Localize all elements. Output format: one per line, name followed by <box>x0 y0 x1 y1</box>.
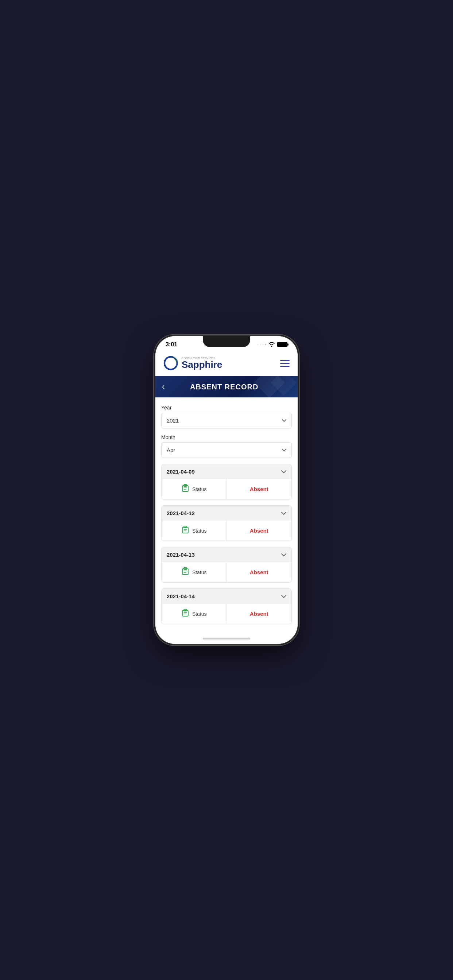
record-card: 2021-04-09 <box>161 464 292 500</box>
notch <box>203 336 250 347</box>
phone-frame: 3:01 <box>155 336 298 644</box>
status-text-label-3: Status <box>192 611 207 617</box>
clipboard-icon <box>181 567 189 577</box>
chevron-down-icon <box>281 469 286 475</box>
wifi-icon <box>268 342 275 348</box>
battery-icon <box>277 342 287 347</box>
home-indicator <box>155 635 298 644</box>
year-field: Year 2021 2020 2019 2022 2023 <box>161 405 292 434</box>
svg-point-0 <box>164 357 177 370</box>
year-label: Year <box>161 405 292 410</box>
record-card-header-0[interactable]: 2021-04-09 <box>161 464 292 479</box>
record-card-body-2: Status Absent <box>161 562 292 582</box>
hamburger-button[interactable] <box>279 358 291 368</box>
home-bar <box>203 638 250 640</box>
status-icons <box>257 342 287 348</box>
record-card: 2021-04-14 <box>161 589 292 624</box>
chevron-down-icon <box>281 593 286 600</box>
month-select[interactable]: Jan Feb Mar Apr May Jun Jul Aug Sep Oct … <box>161 442 292 458</box>
record-status-label-2: Status <box>161 562 227 582</box>
month-label: Month <box>161 434 292 440</box>
chevron-down-icon <box>281 511 286 516</box>
record-card-body-1: Status Absent <box>161 520 292 541</box>
clipboard-icon <box>181 526 189 536</box>
record-status-value-3: Absent <box>227 604 292 624</box>
record-status-value-0: Absent <box>227 479 292 499</box>
logo-container: CONSULTING SERVICES Sapphire <box>162 354 222 372</box>
record-date-0: 2021-04-09 <box>167 468 195 475</box>
records-list: 2021-04-09 <box>161 464 292 624</box>
hamburger-line-1 <box>280 360 290 361</box>
record-status-label-3: Status <box>161 604 227 624</box>
main-content: Year 2021 2020 2019 2022 2023 Month Jan … <box>155 398 298 635</box>
record-status-label-0: Status <box>161 479 227 499</box>
page-title: ABSENT RECORD <box>157 383 291 391</box>
status-text-label-2: Status <box>192 570 207 575</box>
year-select[interactable]: 2021 2020 2019 2022 2023 <box>161 413 292 428</box>
logo-sapphire-text: Sapphire <box>182 360 222 369</box>
back-button[interactable]: ‹ <box>162 382 164 391</box>
record-status-value-1: Absent <box>227 520 292 541</box>
month-field: Month Jan Feb Mar Apr May Jun Jul Aug Se… <box>161 434 292 464</box>
logo-icon <box>162 354 181 372</box>
record-card-body-0: Status Absent <box>161 479 292 499</box>
record-card-header-2[interactable]: 2021-04-13 <box>161 547 292 562</box>
status-time: 3:01 <box>166 341 177 348</box>
page-header: ‹ ABSENT RECORD <box>155 376 298 398</box>
record-date-3: 2021-04-14 <box>167 593 195 600</box>
record-date-1: 2021-04-12 <box>167 510 195 516</box>
record-card-header-3[interactable]: 2021-04-14 <box>161 589 292 604</box>
record-date-2: 2021-04-13 <box>167 552 195 558</box>
clipboard-icon <box>181 484 189 494</box>
record-status-value-2: Absent <box>227 562 292 582</box>
status-text-label-1: Status <box>192 528 207 534</box>
logo-text-container: CONSULTING SERVICES Sapphire <box>182 357 222 369</box>
record-status-label-1: Status <box>161 520 227 541</box>
chevron-down-icon <box>281 552 286 558</box>
signal-icon <box>257 344 266 345</box>
clipboard-icon <box>181 609 189 619</box>
hamburger-line-2 <box>280 363 290 364</box>
hamburger-line-3 <box>280 366 290 367</box>
record-card-body-3: Status Absent <box>161 604 292 624</box>
record-card-header-1[interactable]: 2021-04-12 <box>161 506 292 520</box>
record-card: 2021-04-13 <box>161 547 292 582</box>
record-card: 2021-04-12 <box>161 505 292 541</box>
phone-screen: 3:01 <box>155 336 298 644</box>
app-header: CONSULTING SERVICES Sapphire <box>155 350 298 376</box>
status-text-label-0: Status <box>192 486 207 492</box>
